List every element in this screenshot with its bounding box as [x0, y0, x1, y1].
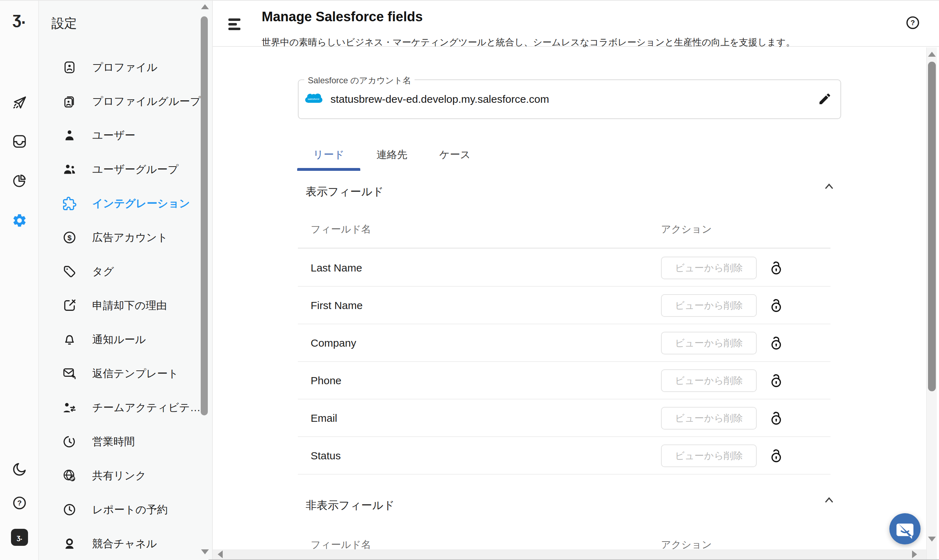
sidebar-scroll-up-arrow[interactable] [201, 4, 209, 9]
sidebar-item-integrations[interactable]: インテグレーション [39, 186, 212, 220]
help-icon: ? [905, 15, 920, 31]
gear-icon [12, 213, 27, 228]
rail-help-button[interactable]: ? [12, 495, 27, 511]
field-name: Phone [311, 362, 341, 400]
sidebar-item-user-groups[interactable]: ユーザーグループ [39, 152, 212, 186]
column-header-field-name: フィールド名 [311, 222, 371, 236]
visible-fields-table: Last Name ビューから削除 First Name ビューから削除 Com… [298, 249, 831, 475]
lock-open-icon [768, 260, 784, 276]
field-row: First Name ビューから削除 [298, 287, 831, 324]
field-row: Email ビューから削除 [298, 400, 831, 437]
sidebar-item-report-schedules[interactable]: レポートの予約 [39, 493, 212, 527]
user-group-icon [62, 162, 77, 177]
publish-nav-button[interactable] [12, 95, 27, 110]
tab-leads[interactable]: リード [297, 139, 360, 171]
visible-fields-title: 表示フィールド [306, 184, 384, 199]
sidebar-item-label: プロファイル [92, 60, 157, 75]
settings-content: Salesforce のアカウント名 salesforce statusbrew… [213, 48, 926, 549]
main-vertical-scrollbar[interactable] [926, 48, 937, 560]
engage-inbox-nav-button[interactable] [12, 134, 27, 149]
sidebar-item-label: 通知ルール [92, 332, 146, 347]
sidebar-item-notification-rules[interactable]: 通知ルール [39, 323, 212, 357]
sidebar-item-rejection-reasons[interactable]: 申請却下の理由 [39, 289, 212, 323]
sidebar-scrollbar-thumb[interactable] [201, 16, 208, 415]
visible-fields-collapse-button[interactable] [821, 179, 837, 195]
chevron-up-icon [822, 180, 836, 194]
workspace-avatar[interactable]: ʒ. [11, 529, 28, 546]
vertical-scrollbar-thumb[interactable] [928, 62, 936, 391]
sidebar-item-label: 返信テンプレート [92, 366, 179, 381]
bell-icon [62, 332, 77, 347]
sidebar-item-ad-accounts[interactable]: $ 広告アカウント [39, 220, 212, 254]
puzzle-icon [62, 196, 77, 211]
remove-from-view-button[interactable]: ビューから削除 [661, 257, 757, 279]
salesforce-logo-icon: salesforce [304, 92, 323, 106]
sidebar-item-label: インテグレーション [92, 196, 190, 211]
sidebar-item-label: 広告アカウント [92, 231, 168, 245]
sidebar-item-profiles[interactable]: プロファイル [39, 50, 212, 85]
settings-sidebar: 設定 プロファイル プロファイルグループ ユーザー ユーザーグループ インテグレ… [39, 1, 213, 560]
sidebar-item-users[interactable]: ユーザー [39, 118, 212, 152]
support-chat-button[interactable] [890, 513, 920, 545]
sidebar-item-label: 共有リンク [92, 469, 146, 483]
tab-contacts[interactable]: 連絡先 [360, 139, 423, 171]
column-header-field-name: フィールド名 [311, 538, 371, 549]
remove-from-view-button[interactable]: ビューから削除 [661, 332, 757, 354]
user-icon [62, 128, 77, 143]
hidden-fields-collapse-button[interactable] [821, 493, 837, 509]
field-name: Status [311, 437, 341, 475]
lock-open-icon [768, 335, 784, 351]
menu-icon [228, 18, 241, 21]
app-root: ʒ. ? ʒ. 設定 プロファイル [0, 0, 939, 560]
clock-icon [62, 503, 77, 517]
reports-nav-button[interactable] [12, 173, 27, 189]
settings-nav-button[interactable] [12, 213, 27, 228]
salesforce-account-value: statusbrew-dev-ed.develop.my.salesforce.… [330, 93, 549, 105]
dollar-circle-icon: $ [62, 231, 77, 245]
sidebar-item-tags[interactable]: タグ [39, 254, 212, 289]
sidebar-item-label: 競合チャネル [92, 537, 157, 551]
lock-open-icon [768, 411, 784, 426]
workspace-avatar-glyph: ʒ. [17, 534, 22, 542]
scroll-up-arrow[interactable] [928, 52, 936, 57]
person-transfer-icon [62, 400, 77, 415]
edit-account-button[interactable] [817, 91, 833, 107]
field-name: Last Name [311, 249, 362, 287]
remove-from-view-button[interactable]: ビューから削除 [661, 407, 757, 429]
remove-from-view-button[interactable]: ビューから削除 [661, 294, 757, 317]
menu-toggle-button[interactable] [228, 18, 244, 32]
paper-plane-icon [12, 95, 27, 110]
sidebar-item-team-activity[interactable]: チームアクティビテ… [39, 391, 212, 425]
sidebar-menu: プロファイル プロファイルグループ ユーザー ユーザーグループ インテグレーショ… [39, 50, 212, 560]
remove-from-view-button[interactable]: ビューから削除 [661, 369, 757, 392]
page-title: Manage Salesforce fields [262, 9, 423, 25]
main-horizontal-scrollbar[interactable] [213, 549, 926, 560]
scroll-right-arrow[interactable] [912, 551, 917, 558]
tab-cases[interactable]: ケース [423, 139, 487, 171]
sidebar-scroll-down-arrow[interactable] [201, 549, 209, 554]
header-help-button[interactable]: ? [905, 15, 920, 31]
dark-mode-button[interactable] [12, 462, 27, 477]
pencil-icon [818, 92, 832, 106]
reject-request-icon [62, 298, 77, 312]
remove-from-view-button[interactable]: ビューから削除 [661, 445, 757, 467]
object-tabs: リード 連絡先 ケース [297, 139, 487, 171]
sidebar-item-reply-templates[interactable]: 返信テンプレート [39, 357, 212, 391]
lock-open-icon [768, 373, 784, 388]
sidebar-item-label: プロファイルグループ [92, 94, 201, 109]
scroll-left-arrow[interactable] [218, 551, 223, 558]
sidebar-item-business-hours[interactable]: 営業時間 [39, 425, 212, 458]
sidebar-item-shared-links[interactable]: 共有リンク [39, 458, 212, 493]
sidebar-item-label: 申請却下の理由 [92, 298, 167, 313]
sidebar-item-label: 営業時間 [92, 435, 135, 449]
hidden-fields-title: 非表示フィールド [306, 498, 395, 513]
field-row: Phone ビューから削除 [298, 362, 831, 400]
person-portrait-icon [62, 537, 77, 551]
column-header-action: アクション [661, 538, 712, 549]
workspace-rail: ʒ. ? ʒ. [0, 1, 39, 560]
sidebar-item-label: レポートの予約 [92, 503, 168, 517]
sidebar-item-competitor-channels[interactable]: 競合チャネル [39, 527, 212, 560]
history-clock-icon [62, 435, 77, 449]
scroll-down-arrow[interactable] [928, 537, 936, 542]
sidebar-item-profile-groups[interactable]: プロファイルグループ [39, 85, 212, 118]
